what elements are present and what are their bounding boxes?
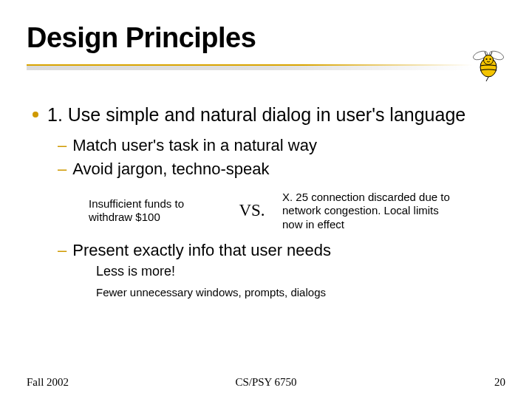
rule-line <box>27 64 473 66</box>
mascot-icon <box>471 50 505 82</box>
title-rule <box>27 60 505 81</box>
dash-icon: – <box>58 159 66 180</box>
dash-icon: – <box>58 135 66 156</box>
sub-bullet-1: – Match user's task in a natural way <box>58 135 505 156</box>
bullet-1: 1. Use simple and natural dialog in user… <box>33 103 505 126</box>
sub-bullet-1-text: Match user's task in a natural way <box>72 135 317 156</box>
sub-bullet-3-text: Present exactly info that user needs <box>72 240 331 261</box>
comparison-row: Insufficient funds to withdraw $100 VS. … <box>89 191 505 231</box>
comparison-right: X. 25 connection discarded due to networ… <box>282 191 460 231</box>
sub-bullet-2: – Avoid jargon, techno-speak <box>58 159 505 180</box>
slide: Design Principles 1. Use simple and natu… <box>0 0 532 399</box>
svg-point-3 <box>484 55 494 65</box>
sub-bullet-2-text: Avoid jargon, techno-speak <box>72 159 269 180</box>
sub-bullet-3: – Present exactly info that user needs <box>58 240 505 261</box>
comparison-left: Insufficient funds to withdraw $100 <box>89 197 222 225</box>
subsub-1: Less is more! <box>96 263 505 280</box>
slide-title: Design Principles <box>27 22 505 54</box>
subsub-2: Fewer unnecessary windows, prompts, dial… <box>96 286 505 300</box>
bullet-1-text: 1. Use simple and natural dialog in user… <box>47 103 466 126</box>
rule-shadow <box>27 66 473 70</box>
dash-icon: – <box>58 240 66 261</box>
slide-footer: Fall 2002 CS/PSY 6750 20 <box>27 376 505 389</box>
svg-point-5 <box>489 58 491 60</box>
svg-point-4 <box>485 58 487 60</box>
comparison-vs: VS. <box>236 201 267 220</box>
footer-center: CS/PSY 6750 <box>27 376 505 389</box>
bullet-dot-icon <box>33 112 38 117</box>
